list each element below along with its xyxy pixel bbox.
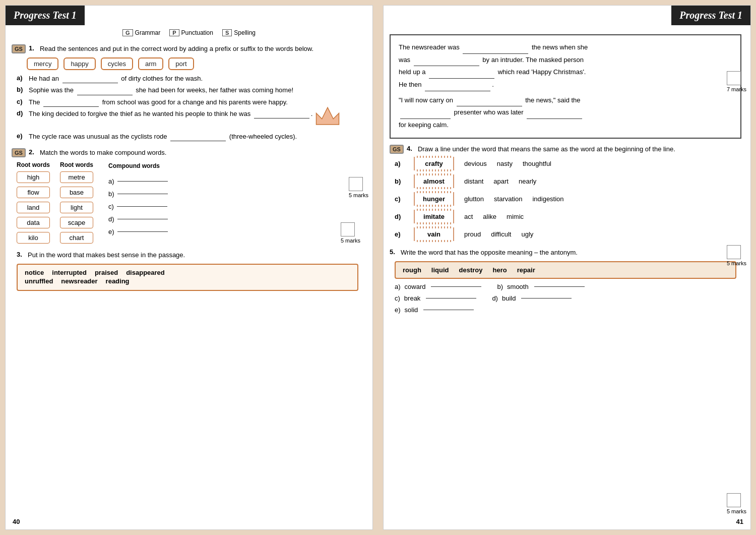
compound-d-letter: d): [108, 215, 114, 223]
antonym-liquid: liquid: [431, 266, 449, 274]
q4b-opt3: nearly: [519, 177, 536, 185]
passage-line-5: "I will now carry on the news," said the: [399, 94, 732, 107]
antonym-destroy: destroy: [459, 266, 483, 274]
q5-text: Write the word that has the opposite mea…: [401, 248, 578, 257]
q1c-blank[interactable]: [43, 106, 99, 107]
word-happy: happy: [64, 57, 95, 70]
p-newsreader: newsreader: [61, 277, 97, 285]
q1e-blank[interactable]: [170, 141, 226, 141]
q1b-blank[interactable]: [77, 95, 133, 95]
q1-wordboxes: mercy happy cycles arm port: [27, 57, 363, 70]
compound-a-blank[interactable]: [117, 181, 168, 182]
antonym-hero: hero: [492, 266, 507, 274]
q4-sub-b: b) almost distant apart nearly: [395, 174, 741, 188]
grammar-code: G: [122, 29, 133, 36]
q4d-options: act alike mimic: [464, 213, 524, 220]
blank-4[interactable]: [425, 91, 490, 91]
q4d-letter: d): [395, 213, 404, 220]
compound-b-row: b): [108, 190, 168, 198]
legend-spelling: S Spelling: [222, 29, 256, 36]
q4a-opt3: thoughtful: [523, 160, 551, 167]
antonym-repair: repair: [517, 266, 535, 274]
compound-e-letter: e): [108, 228, 114, 235]
word-mercy: mercy: [27, 57, 58, 70]
root-chart: chart: [60, 232, 93, 244]
q4-sub-e: e) vain proud difficult ugly: [395, 227, 741, 241]
q4b-opt1: distant: [464, 177, 483, 185]
q1c-letter: c): [17, 98, 26, 105]
q1b-letter: b): [17, 86, 26, 93]
q1-sub-a: a) He had an of dirty clothes for the wa…: [17, 74, 363, 83]
compound-a-row: a): [108, 177, 168, 185]
punctuation-label: Punctuation: [181, 29, 213, 36]
antonym-answers: a) coward b) smooth c) break d) build e): [395, 283, 741, 314]
q4b-options: distant apart nearly: [464, 177, 536, 185]
compound-b-letter: b): [108, 190, 114, 198]
q3-words-row2: unruffled newsreader reading: [25, 277, 350, 285]
compound-b-blank[interactable]: [117, 194, 168, 194]
q4e-opt3: ugly: [521, 230, 533, 238]
q4b-opt2: apart: [493, 177, 509, 185]
crown-icon: [312, 104, 343, 130]
q1-text: Read the sentences and put in the correc…: [40, 44, 313, 53]
q5b-blank[interactable]: [534, 286, 585, 287]
q4c-word: hunger: [414, 192, 454, 206]
compound-d-row: d): [108, 215, 168, 223]
q4a-options: devious nasty thoughtful: [464, 160, 551, 167]
antonym-rough: rough: [403, 266, 421, 274]
q4-sub-d: d) imitate act alike mimic: [395, 210, 741, 223]
compound-e-blank[interactable]: [117, 231, 168, 232]
q1-num: 1.: [29, 44, 37, 52]
root-scape: scape: [60, 217, 93, 228]
word-arm: arm: [138, 57, 163, 70]
q5-marks-area: 5 marks: [727, 493, 746, 514]
q1-sub-e: e) The cycle race was unusual as the cyc…: [17, 132, 363, 141]
p-disappeared: disappeared: [126, 269, 165, 276]
q1-marks-label: 5 marks: [349, 192, 368, 198]
q4-marks-square: [727, 245, 741, 259]
compound-d-blank[interactable]: [117, 219, 168, 219]
q1a-blank[interactable]: [62, 83, 118, 83]
root-data: data: [17, 217, 50, 228]
q4e-opt1: proud: [464, 230, 481, 238]
q5c-clue: break: [404, 294, 421, 302]
q5a-letter: a): [395, 283, 401, 290]
compound-c-letter: c): [108, 203, 114, 210]
legend-punctuation: P Punctuation: [169, 29, 213, 36]
q5c-blank[interactable]: [426, 298, 476, 299]
col2-header: Root words: [60, 161, 93, 168]
left-page-num: 40: [13, 518, 20, 525]
blank-7[interactable]: [527, 118, 582, 119]
spelling-code: S: [222, 29, 232, 36]
q4c-options: glutton starvation indigestion: [464, 195, 564, 203]
q1-marks-square: [349, 177, 363, 191]
q4c-opt3: indigestion: [532, 195, 563, 203]
compound-answers: Compound words a) b) c): [108, 161, 168, 235]
q1b-text: Sophie was the she had been for weeks, h…: [29, 86, 293, 95]
q2-text: Match the words to make compound words.: [40, 148, 166, 157]
q4-badge: GS: [390, 145, 404, 154]
q2-badge: GS: [12, 148, 26, 157]
passage-line-2: was by an intruder. The masked person: [399, 54, 732, 67]
question-3: 3. Put in the word that makes best sense…: [12, 251, 363, 291]
q4b-word: almost: [414, 174, 454, 188]
q5a-clue: coward: [405, 283, 426, 290]
compound-c-blank[interactable]: [117, 206, 167, 207]
question-2: GS 2. Match the words to make compound w…: [12, 148, 363, 244]
q4d-opt1: act: [464, 213, 473, 220]
word-port: port: [168, 57, 194, 70]
q5e-blank[interactable]: [423, 310, 474, 310]
q5a-blank[interactable]: [431, 286, 481, 287]
q2-marks-square: [341, 222, 355, 236]
q5c-letter: c): [395, 294, 400, 302]
q4-text: Draw a line under the word that means th…: [418, 145, 675, 154]
p-praised: praised: [95, 269, 118, 276]
p-notice: notice: [25, 269, 44, 276]
q4a-opt1: devious: [464, 160, 487, 167]
q1d-blank[interactable]: [254, 118, 309, 118]
q5d-blank[interactable]: [521, 298, 572, 299]
q4-sub-a: a) crafty devious nasty thoughtful: [395, 157, 741, 170]
p-reading: reading: [106, 277, 130, 285]
q4d-opt3: mimic: [507, 213, 524, 220]
q1-sub-c: c) The from school was good for a change…: [17, 98, 363, 107]
